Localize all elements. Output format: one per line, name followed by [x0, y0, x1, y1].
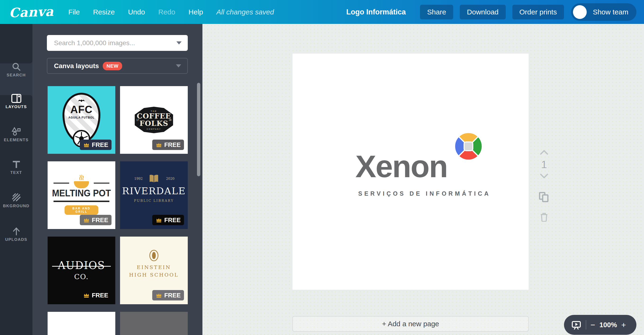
page-controls-rail: 1 [536, 149, 552, 222]
main-menu: File Resize Undo Redo Help [68, 8, 203, 16]
share-button[interactable]: Share [420, 5, 453, 19]
layouts-icon [11, 94, 22, 103]
autosave-status: All changes saved [216, 8, 274, 16]
free-badge: FREE [152, 140, 184, 150]
delete-page-icon[interactable] [540, 212, 548, 222]
layout-thumb-audios[interactable]: AUDIOS CO. FREE [48, 237, 115, 304]
free-badge: FREE [80, 215, 112, 225]
layout-thumb-partial-white[interactable] [48, 312, 115, 335]
xenon-logo-subtitle[interactable]: SERVIÇOS DE INFORMÁTICA [358, 190, 490, 197]
xenon-logo-title[interactable]: Xenon [356, 149, 447, 184]
coffee-badge: THE COFFEE FOLKS COMPANY 17 38 [135, 107, 173, 133]
download-button[interactable]: Download [460, 5, 506, 19]
search-dropdown-arrow-icon[interactable] [176, 41, 182, 44]
move-page-up-icon[interactable] [539, 149, 549, 155]
dropdown-label: Canva layouts [54, 62, 99, 70]
design-page[interactable]: Xenon SERVIÇOS DE INFORMÁTICA [292, 53, 529, 290]
layout-thumb-coffee-folks[interactable]: THE COFFEE FOLKS COMPANY 17 38 FREE [120, 86, 188, 154]
sidebar-item-uploads[interactable]: UPLOADS [0, 220, 32, 252]
free-badge: FREE [80, 290, 112, 301]
search-input[interactable] [47, 39, 176, 47]
image-search-box [47, 35, 188, 51]
present-button[interactable] [570, 319, 582, 331]
book-icon [149, 174, 159, 183]
menu-help[interactable]: Help [188, 8, 203, 16]
sidebar-item-elements[interactable]: ELEMENTS [0, 120, 32, 152]
layout-thumb-partial-gray[interactable] [120, 312, 188, 335]
presentation-icon [570, 319, 582, 331]
zoom-out-button[interactable]: − [590, 321, 595, 329]
zoom-level: 100% [600, 321, 617, 329]
top-bar: Canva File Resize Undo Redo Help All cha… [0, 0, 644, 24]
order-prints-button[interactable]: Order prints [512, 5, 564, 19]
free-badge: FREE [80, 140, 112, 150]
add-page-button[interactable]: + Add a new page [292, 316, 529, 332]
layouts-panel: Canva layouts NEW AFC AGUILA FUTBOL [32, 24, 202, 335]
crown-icon [156, 217, 162, 223]
user-avatar [573, 5, 587, 19]
sidebar-item-background[interactable]: BKGROUND [0, 186, 32, 218]
layout-thumbnails: AFC AGUILA FUTBOL [48, 86, 188, 335]
text-icon [12, 159, 21, 169]
crown-icon [156, 293, 162, 298]
left-sidebar: SEARCH LAYOUTS ELEMENTS TEXT [0, 24, 32, 335]
crown-icon [156, 142, 162, 148]
move-page-down-icon[interactable] [539, 173, 549, 179]
eagle-icon [78, 98, 85, 102]
crown-icon [83, 217, 90, 223]
show-team-label: Show team [593, 8, 628, 16]
sidebar-item-search[interactable]: SEARCH [0, 55, 32, 87]
laurel-emblem-icon [150, 250, 158, 261]
crown-icon [83, 142, 90, 148]
free-badge: FREE [152, 215, 184, 225]
new-badge: NEW [103, 62, 122, 70]
sidebar-item-text[interactable]: TEXT [0, 153, 32, 185]
pot-icon [48, 175, 115, 187]
canvas-area: Xenon SERVIÇOS DE INFORMÁTICA 1 [202, 24, 644, 335]
layouts-category-dropdown[interactable]: Canva layouts NEW [47, 58, 188, 74]
uploads-icon [12, 226, 21, 236]
document-title[interactable]: Logo Informática [346, 8, 406, 16]
xenon-logo-icon[interactable] [454, 132, 483, 161]
background-icon [11, 193, 22, 202]
sidebar-item-layouts[interactable]: LAYOUTS [0, 87, 32, 119]
menu-file[interactable]: File [68, 8, 80, 16]
show-team-button[interactable]: Show team [571, 3, 636, 21]
layout-thumb-riverdale[interactable]: 1992 2020 RIVERDALE PUBLIC LIBRARY FREE [120, 161, 188, 229]
duplicate-page-icon[interactable] [539, 192, 549, 203]
menu-undo[interactable]: Undo [128, 8, 145, 16]
menu-redo[interactable]: Redo [158, 8, 175, 16]
topbar-actions: Logo Informática Share Download Order pr… [346, 3, 636, 21]
canva-logo[interactable]: Canva [9, 3, 54, 20]
search-icon [12, 62, 21, 71]
free-badge: FREE [152, 290, 184, 301]
canva-editor: Canva File Resize Undo Redo Help All cha… [0, 0, 644, 335]
layout-thumb-einstein[interactable]: EINSTEIN HIGH SCHOOL FREE [120, 237, 188, 304]
page-number: 1 [536, 159, 552, 171]
layout-thumb-melting-pot[interactable]: MELTING POT BAR AND GRILL FREE [48, 161, 115, 229]
crown-icon [83, 293, 90, 298]
zoom-toolbar: − 100% + [564, 315, 636, 335]
menu-resize[interactable]: Resize [93, 8, 115, 16]
layout-thumb-afc[interactable]: AFC AGUILA FUTBOL [48, 86, 115, 154]
panel-scrollbar[interactable] [197, 83, 200, 176]
dropdown-arrow-icon [176, 64, 181, 67]
elements-icon [11, 127, 21, 136]
zoom-in-button[interactable]: + [621, 321, 626, 329]
